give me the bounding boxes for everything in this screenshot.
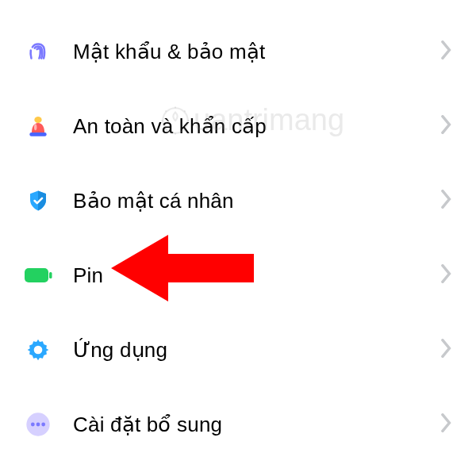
ellipsis-icon xyxy=(24,410,52,439)
svg-point-0 xyxy=(34,117,41,123)
item-battery[interactable]: Pin xyxy=(0,238,476,313)
item-label: Mật khẩu & bảo mật xyxy=(73,40,441,64)
shield-icon xyxy=(24,186,52,215)
svg-point-1 xyxy=(34,124,36,130)
svg-point-5 xyxy=(34,346,43,355)
item-label: Pin xyxy=(73,263,441,288)
chevron-right-icon xyxy=(441,339,452,361)
item-label: Bảo mật cá nhân xyxy=(73,189,441,213)
chevron-right-icon xyxy=(441,40,452,63)
chevron-right-icon xyxy=(441,413,452,436)
chevron-right-icon xyxy=(441,264,452,286)
chevron-right-icon xyxy=(441,115,452,137)
svg-point-8 xyxy=(36,423,40,427)
svg-rect-2 xyxy=(29,132,46,136)
chevron-right-icon xyxy=(441,190,452,212)
svg-point-7 xyxy=(31,423,35,427)
fingerprint-icon xyxy=(24,37,52,66)
svg-rect-3 xyxy=(25,268,48,282)
svg-rect-4 xyxy=(49,272,52,278)
item-password-security[interactable]: Mật khẩu & bảo mật xyxy=(0,14,476,89)
item-label: Ứng dụng xyxy=(73,338,441,363)
item-privacy[interactable]: Bảo mật cá nhân xyxy=(0,163,476,238)
item-label: An toàn và khẩn cấp xyxy=(73,114,441,139)
item-safety-emergency[interactable]: An toàn và khẩn cấp xyxy=(0,89,476,163)
battery-icon xyxy=(24,261,52,290)
gear-icon xyxy=(24,336,52,364)
siren-icon xyxy=(24,112,52,140)
settings-list: Mật khẩu & bảo mật An toàn và khẩn cấp xyxy=(0,0,476,462)
item-apps[interactable]: Ứng dụng xyxy=(0,313,476,387)
svg-point-9 xyxy=(41,423,45,427)
item-label: Cài đặt bổ sung xyxy=(73,413,441,437)
item-additional-settings[interactable]: Cài đặt bổ sung xyxy=(0,387,476,462)
